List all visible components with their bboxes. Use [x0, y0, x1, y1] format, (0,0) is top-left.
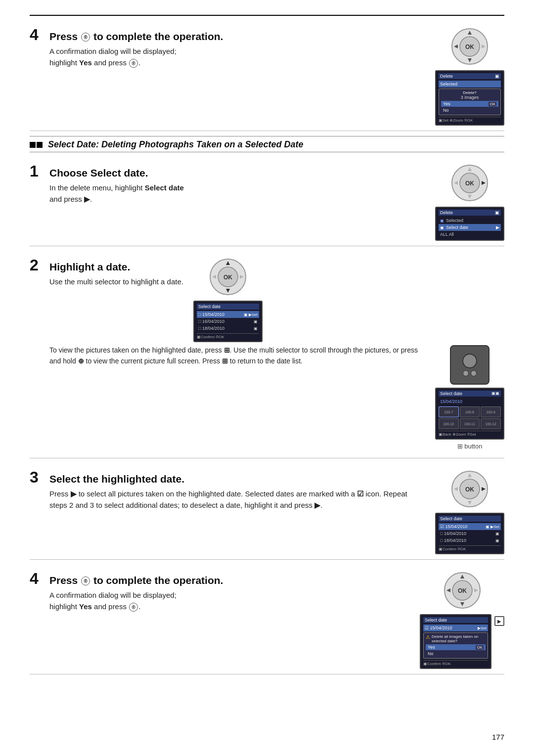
screen-step1-row2: ▣ Select date ▶ [439, 224, 501, 231]
step4-top-block: 4 Press ® to complete the operation. A c… [30, 25, 504, 131]
step4-bottom-right: OK Select date ☑ 15/04/2010 ▶Set [420, 571, 504, 669]
svg-text:OK: OK [458, 587, 467, 594]
screen-step2a-row1: □ 15/04/2010 ▣ ▶Set [197, 311, 259, 318]
step4-top-number: 4 [30, 27, 44, 43]
ok-symbol-title-top: ® [81, 33, 90, 42]
cam-btn1 [463, 370, 469, 376]
step4-top-body: A confirmation dialog will be displayed;… [49, 45, 425, 69]
step4-bottom-body: A confirmation dialog will be displayed;… [49, 589, 410, 613]
step3-left: 3 Select the highlighted date. Press ▶ t… [30, 469, 435, 511]
screen-top-question: Delete? [441, 90, 498, 95]
ok-symbol-body-bottom: ® [129, 603, 138, 612]
ok-dial-step4-bottom: OK [443, 571, 482, 610]
step1-arrow: ▶ [84, 195, 90, 203]
screen-top-title-bar: Delete ▣ [439, 73, 501, 79]
step3-block: 3 Select the highlighted date. Press ▶ t… [30, 463, 504, 560]
ok-dial-svg-top: OK [450, 27, 490, 66]
screen-step4b-yes: YesOK [426, 644, 486, 650]
ok-dial-svg-step3: OK [450, 469, 490, 509]
ok-dial-svg-step1: OK [450, 163, 490, 203]
step2-body: Use the multi selector to highlight a da… [49, 276, 183, 287]
step2-extra-note: To view the pictures taken on the highli… [49, 345, 504, 450]
screen-step4b-container: Select date ☑ 15/04/2010 ▶Set ⚠ Delete a… [420, 614, 504, 669]
svg-text:OK: OK [465, 180, 474, 187]
step1-left: 1 Choose Select date. In the delete menu… [30, 163, 435, 205]
screen-step2b-titlebar: Select date ▣▣ [439, 391, 501, 397]
step2-block: 2 Highlight a date. Use the multi select… [30, 251, 504, 458]
screen-top-yes-no: YesOK No [441, 101, 498, 113]
step4-bottom-left: 4 Press ® to complete the operation. A c… [30, 571, 420, 613]
screen-step4-bottom: Select date ☑ 15/04/2010 ▶Set ⚠ Delete a… [420, 614, 491, 669]
screen-top-icon: ▣ [495, 74, 499, 79]
play-icon: ▶ [494, 616, 504, 626]
screen-top-title: Delete [440, 74, 453, 79]
screen-top-no: No [441, 107, 498, 113]
screen-step1-title-bar: Delete ▣ [439, 210, 501, 216]
step4-bottom-heading: 4 Press ® to complete the operation. [30, 571, 410, 586]
screen-step4b-titlebar: Select date [423, 617, 488, 623]
screen-step3-footer: ▣Confirm ®OK [439, 545, 501, 551]
ok-symbol-title-bottom: ® [81, 577, 90, 585]
step1-right: OK Delete ▣ ▣ Selected ▣ [435, 163, 504, 241]
step2-right: OK Select date □ 15/04/2010 ▣ ▶Set [193, 257, 263, 342]
thumb-3: 100-9 [481, 406, 501, 417]
step2-heading: 2 Highlight a date. [30, 257, 183, 273]
step1-body: In the delete menu, highlight Select dat… [49, 182, 425, 205]
screen-step4b-no: No [426, 651, 486, 657]
ok-dial-svg-step4b: OK [443, 571, 482, 610]
screen-step2a-footer: ▣Confirm ®OK [197, 333, 259, 339]
screen-step4b-dialog: ⚠ Delete all images taken on selected da… [423, 632, 488, 659]
ok-dial-step3: OK [450, 469, 490, 509]
step2-extra-right: Select date ▣▣ 15/04/2010 100-7 100-8 10… [435, 345, 504, 450]
step4-bottom-title: Press ® to complete the operation. [49, 575, 223, 586]
screen-step2b-date: 15/04/2010 [439, 398, 501, 405]
step3-right: OK Select date ☑ 15/04/2010 ▣ ▶Set □ 16/… [435, 469, 504, 554]
screen-step2a-titlebar: Select date [197, 304, 259, 310]
screen-step3-row2: □ 16/04/2010 ▣ [439, 530, 501, 537]
screen-step2a: Select date □ 15/04/2010 ▣ ▶Set □ 16/04/… [193, 301, 263, 342]
screen-step3-row1: ☑ 15/04/2010 ▣ ▶Set [439, 523, 501, 530]
section-header-squares [30, 142, 43, 148]
screen-step2a-row3: □ 18/04/2010 ▣ [197, 325, 259, 332]
screen-top-yes: YesOK [441, 101, 498, 107]
step4-top-heading: 4 Press ® to complete the operation. [30, 27, 425, 43]
step1-block: 1 Choose Select date. In the delete menu… [30, 157, 504, 246]
ok-dial-svg-step2: OK [208, 257, 248, 297]
screen-step3-row3: □ 18/04/2010 ▣ [439, 537, 501, 544]
step2-left: 2 Highlight a date. Use the multi select… [30, 257, 193, 287]
screen-step4b-question: Delete all images taken on selected date… [432, 634, 486, 643]
step1-number: 1 [30, 163, 44, 179]
step3-number: 3 [30, 469, 44, 485]
screen-step1-row1: ▣ Selected [439, 217, 501, 224]
step3-body: Press ▶ to select all pictures taken on … [49, 488, 425, 511]
screen-top-footer: ▣Set ⊕Zoom ®OK [439, 117, 501, 123]
ok-dial-step1: OK [450, 163, 490, 203]
ok-dial-step2: OK [208, 257, 248, 297]
svg-text:OK: OK [223, 274, 232, 281]
screen-step3-titlebar: Select date [439, 516, 501, 522]
screen-step2b-thumbs: 100-7 100-8 100-9 100-10 100-11 100-12 [439, 406, 501, 429]
top-border [30, 15, 504, 16]
screen-step2b: Select date ▣▣ 15/04/2010 100-7 100-8 10… [435, 388, 504, 440]
screen-top-dialog: Delete? 3 images YesOK No [439, 89, 501, 115]
step4-bottom-block: 4 Press ® to complete the operation. A c… [30, 565, 504, 674]
step3-title: Select the highlighted date. [49, 473, 184, 485]
ok-dial-top: OK [450, 27, 490, 66]
step1-title: Choose Select date. [49, 167, 148, 179]
screen-step3: Select date ☑ 15/04/2010 ▣ ▶Set □ 16/04/… [435, 513, 504, 554]
cam-btn2 [471, 370, 477, 376]
screen-top-count: 3 images [441, 95, 498, 100]
thumb-4: 100-10 [439, 418, 459, 429]
sq2 [37, 142, 43, 148]
screen-step1-row3: ALL All [439, 231, 501, 238]
thumb-5: 100-11 [460, 418, 480, 429]
page-number: 177 [492, 733, 504, 741]
thumb-1: 100-7 [439, 406, 459, 417]
section-header-text: Select Date: Deleting Photographs Taken … [48, 139, 303, 150]
step1-heading: 1 Choose Select date. [30, 163, 425, 179]
ok-symbol-body-top: ® [129, 59, 138, 68]
camera-buttons [463, 370, 477, 376]
screen-step4b-footer: ▣Confirm ®OK [423, 660, 488, 666]
step4-top-title: Press ® to complete the operation. [49, 31, 223, 43]
screen-top-selected: Selected [439, 81, 501, 88]
